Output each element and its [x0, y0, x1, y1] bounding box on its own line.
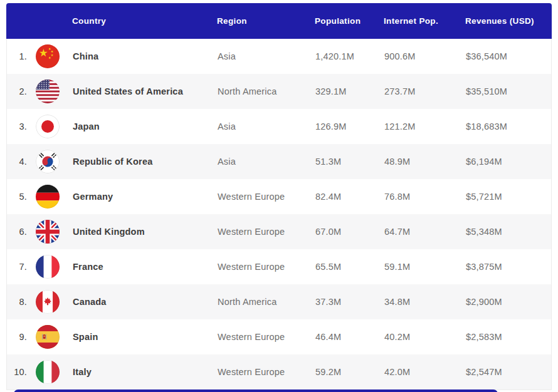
region-value: Western Europe [211, 227, 309, 237]
rank-label: 7. [7, 262, 32, 272]
population-value: 82.4M [309, 192, 378, 202]
region-value: Asia [211, 51, 309, 61]
header-cell-revenues: Revenues (USD) [459, 16, 552, 26]
table-row: 7. France Western Europe 65.5M 59.1M $3,… [7, 249, 551, 284]
region-value: Asia [211, 157, 309, 167]
region-value: North America [211, 297, 309, 307]
table-header: Country Region Population Internet Pop. … [6, 3, 552, 39]
rank-label: 2. [7, 86, 32, 96]
population-value: 46.4M [309, 332, 378, 342]
country-name: France [66, 262, 211, 272]
table-row: 2. United States of America North Americ… [7, 74, 551, 109]
country-name: Spain [66, 332, 211, 342]
revenues-value: $3,875M [460, 262, 552, 272]
header-cell-population: Population [308, 16, 377, 26]
internet-pop-value: 273.7M [378, 86, 460, 96]
flag-cell [32, 44, 66, 68]
country-name: United States of America [66, 86, 211, 96]
table-row: 10. Italy Western Europe 59.2M 42.0M $2,… [7, 354, 551, 389]
internet-pop-value: 34.8M [378, 297, 460, 307]
revenues-value: $2,583M [460, 332, 552, 342]
country-name: Republic of Korea [66, 157, 211, 167]
country-name: Japan [66, 121, 211, 132]
table-row: 6. United Kingdom Western Europe 67.0M 6… [7, 214, 551, 249]
internet-pop-value: 76.8M [378, 192, 460, 202]
internet-pop-value: 121.2M [378, 121, 460, 132]
internet-pop-value: 900.6M [378, 51, 460, 61]
header-cell-internet-pop: Internet Pop. [377, 16, 459, 26]
table-row: 9. Spain Western Europe 46.4M 40.2M $2,5… [7, 319, 551, 354]
flag-cell [32, 325, 66, 349]
region-value: Western Europe [211, 367, 309, 377]
flag-icon-germany [36, 185, 60, 209]
internet-pop-value: 48.9M [378, 157, 460, 167]
flag-icon-korea [36, 150, 60, 173]
flag-icon-usa [36, 80, 60, 103]
population-value: 1,420.1M [309, 51, 378, 61]
next-section-header-partial [14, 389, 498, 392]
flag-cell [32, 360, 66, 384]
revenues-value: $35,510M [460, 86, 552, 96]
page-root: Country Region Population Internet Pop. … [0, 0, 558, 392]
population-value: 329.1M [309, 86, 378, 96]
population-value: 37.3M [309, 297, 378, 307]
flag-cell [32, 80, 66, 103]
country-name: China [66, 51, 211, 61]
population-value: 65.5M [309, 262, 378, 272]
flag-icon-spain [36, 325, 60, 349]
population-value: 51.3M [309, 157, 378, 167]
rank-label: 5. [7, 192, 32, 202]
flag-cell [32, 115, 66, 138]
population-value: 59.2M [309, 367, 378, 377]
flag-icon-uk [36, 220, 60, 244]
flag-icon-china [36, 44, 60, 68]
flag-cell [32, 185, 66, 209]
country-name: Germany [66, 192, 211, 202]
countries-table: Country Region Population Internet Pop. … [6, 3, 552, 390]
revenues-value: $5,721M [460, 192, 552, 202]
flag-cell [32, 255, 66, 279]
region-value: Asia [211, 121, 309, 132]
country-name: United Kingdom [66, 227, 211, 237]
table-row: 3. Japan Asia 126.9M 121.2M $18,683M [7, 109, 551, 144]
flag-icon-japan [36, 115, 60, 138]
rank-label: 1. [7, 51, 32, 61]
revenues-value: $18,683M [460, 121, 552, 132]
revenues-value: $6,194M [460, 157, 552, 167]
revenues-value: $5,348M [460, 227, 552, 237]
country-name: Canada [66, 297, 211, 307]
table-row: 8. Canada North America 37.3M 34.8M $2,9… [7, 284, 551, 319]
population-value: 67.0M [309, 227, 378, 237]
region-value: Western Europe [211, 262, 309, 272]
flag-icon-france [36, 255, 60, 279]
flag-icon-canada [36, 290, 60, 314]
flag-icon-italy [36, 360, 60, 384]
population-value: 126.9M [309, 121, 378, 132]
internet-pop-value: 42.0M [378, 367, 460, 377]
flag-cell [32, 150, 66, 173]
rank-label: 8. [7, 297, 32, 307]
header-cell-country: Country [66, 16, 211, 26]
region-value: North America [211, 86, 309, 96]
revenues-value: $36,540M [460, 51, 552, 61]
table-row: 1. China Asia 1,420.1M 900.6M $36,540M [7, 39, 551, 74]
table-row: 4. Republic of Korea Asia 51.3M 48.9M $6… [7, 144, 551, 179]
rank-label: 3. [7, 121, 32, 132]
rank-label: 10. [7, 367, 32, 377]
header-cell-region: Region [211, 16, 308, 26]
country-name: Italy [66, 367, 211, 377]
rank-label: 4. [7, 157, 32, 167]
internet-pop-value: 40.2M [378, 332, 460, 342]
table-body: 1. China Asia 1,420.1M 900.6M $36,540M 2… [6, 39, 552, 390]
flag-cell [32, 290, 66, 314]
region-value: Western Europe [211, 332, 309, 342]
region-value: Western Europe [211, 192, 309, 202]
revenues-value: $2,547M [460, 367, 552, 377]
table-row: 5. Germany Western Europe 82.4M 76.8M $5… [7, 179, 551, 214]
internet-pop-value: 59.1M [378, 262, 460, 272]
internet-pop-value: 64.7M [378, 227, 460, 237]
revenues-value: $2,900M [460, 297, 552, 307]
flag-cell [32, 220, 66, 244]
rank-label: 9. [7, 332, 32, 342]
rank-label: 6. [7, 227, 32, 237]
